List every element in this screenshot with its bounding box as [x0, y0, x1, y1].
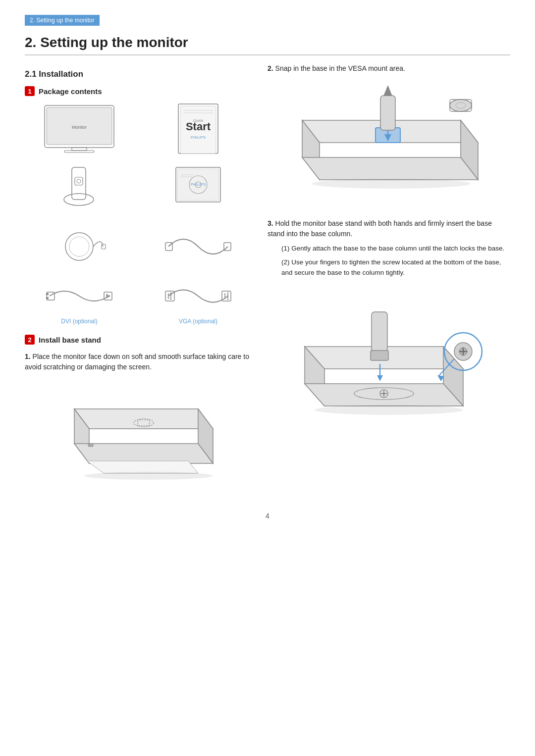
monitor-image: Monitor [40, 103, 119, 155]
list-item: DVI (optional) [25, 276, 134, 325]
svg-point-48 [227, 295, 229, 296]
list-item [25, 165, 134, 219]
badge-1: 1 [25, 86, 35, 96]
step-2-text: 2. Snap in the base in the VESA mount ar… [268, 63, 510, 74]
svg-text:PHILIPS: PHILIPS [191, 135, 206, 140]
svg-point-24 [69, 237, 89, 256]
package-grid: Monitor Quick Start PHILIPS [25, 103, 253, 325]
svg-text:PHILIPS: PHILIPS [191, 182, 206, 187]
list-item: Quick Start PHILIPS [144, 103, 253, 157]
svg-point-71 [312, 179, 471, 189]
svg-rect-29 [46, 293, 49, 295]
svg-point-41 [170, 297, 172, 298]
page-title: 2. Setting up the monitor [25, 35, 510, 55]
install-base-label: 2 Install base stand [25, 335, 253, 345]
sub-step-1: (1) Gently attach the base to the base c… [281, 243, 510, 254]
step-1-block: 1. Place the monitor face down on soft a… [25, 352, 253, 488]
svg-point-46 [224, 298, 226, 299]
svg-point-15 [77, 179, 81, 183]
dvi-image [45, 276, 114, 316]
package-contents-label: 1 Package contents [25, 86, 253, 96]
svg-rect-59 [88, 444, 93, 447]
section-21-title: 2.1 Installation [25, 69, 253, 79]
svg-marker-90 [377, 375, 383, 381]
dvi-label: DVI (optional) [61, 318, 97, 325]
svg-point-47 [227, 293, 229, 294]
svg-point-44 [224, 294, 226, 295]
cable-image [163, 227, 233, 266]
svg-rect-77 [371, 351, 388, 360]
vga-label: VGA (optional) [179, 318, 217, 325]
svg-point-36 [168, 294, 169, 295]
page: 2. Setting up the monitor 2. Setting up … [0, 0, 535, 756]
step-2-block: 2. Snap in the base in the VESA mount ar… [268, 63, 510, 209]
svg-marker-63 [302, 157, 478, 180]
quickstart-image: Quick Start PHILIPS [168, 103, 228, 155]
list-item: VGA (optional) [144, 276, 253, 325]
vga-image [163, 276, 233, 316]
step-1-text: 1. Place the monitor face down on soft a… [25, 352, 253, 372]
svg-point-45 [224, 296, 226, 297]
svg-rect-3 [64, 151, 94, 152]
svg-marker-66 [384, 86, 392, 96]
list-item: Monitor [25, 103, 134, 157]
step-1-image [25, 379, 253, 488]
svg-point-33 [106, 296, 108, 298]
cd-image: PHILIPS [168, 165, 228, 217]
svg-point-39 [170, 293, 172, 294]
svg-point-40 [170, 295, 172, 296]
svg-point-68 [450, 100, 472, 111]
stand-image [52, 165, 107, 217]
svg-rect-2 [72, 148, 87, 151]
powercord-image [50, 227, 109, 266]
list-item: PHILIPS [144, 165, 253, 219]
svg-rect-65 [380, 96, 395, 130]
svg-point-49 [227, 297, 229, 298]
badge-2: 2 [25, 335, 35, 345]
svg-text:Monitor: Monitor [72, 125, 87, 130]
step-3-block: 3. Hold the monitor base stand with both… [268, 218, 510, 436]
svg-point-32 [106, 294, 108, 296]
svg-point-58 [84, 472, 213, 480]
svg-rect-76 [372, 312, 387, 352]
svg-text:Start: Start [186, 120, 211, 133]
svg-point-50 [227, 299, 229, 300]
right-column: 2. Snap in the base in the VESA mount ar… [268, 58, 510, 497]
svg-rect-30 [46, 297, 49, 299]
svg-point-37 [168, 296, 169, 297]
svg-point-42 [170, 299, 172, 300]
list-item [144, 227, 253, 268]
svg-point-38 [168, 298, 169, 299]
breadcrumb: 2. Setting up the monitor [25, 15, 100, 26]
svg-point-91 [315, 405, 463, 415]
svg-marker-54 [74, 444, 213, 463]
svg-rect-25 [102, 244, 106, 249]
page-number: 4 [25, 512, 510, 520]
svg-marker-55 [87, 461, 198, 473]
step-3-text: 3. Hold the monitor base stand with both… [268, 218, 510, 239]
list-item [25, 227, 134, 268]
sub-step-2: (2) Use your fingers to tighten the scre… [281, 257, 510, 278]
step-3-image [268, 287, 510, 436]
svg-point-34 [108, 295, 110, 297]
left-column: 2.1 Installation 1 Package contents [25, 58, 253, 497]
step-2-image [268, 81, 510, 209]
svg-rect-14 [75, 177, 83, 185]
